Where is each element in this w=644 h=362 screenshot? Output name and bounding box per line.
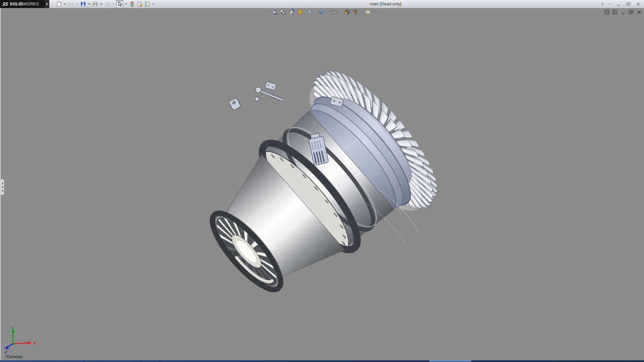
display-style-button[interactable] (318, 9, 324, 15)
select-cursor-icon (117, 1, 123, 7)
print-icon (92, 1, 98, 7)
view-orientation-button[interactable] (306, 9, 312, 15)
orientation-triad: Y X Z (1, 326, 44, 355)
z-axis-label: Z (4, 350, 7, 354)
new-document-icon (56, 1, 62, 7)
file-properties-icon (137, 1, 143, 7)
logo-text-works: WORKS (23, 2, 39, 6)
undo-button[interactable] (104, 0, 111, 8)
engine-assembly (176, 54, 455, 328)
minimize-icon (616, 2, 621, 6)
zoom-to-area-button[interactable] (279, 9, 286, 15)
solidworks-window: 3S SOLIDWORKS (0, 0, 644, 362)
document-window-controls (604, 10, 641, 14)
show-pane-left-button[interactable] (604, 10, 609, 14)
open-folder-icon (68, 1, 74, 7)
x-axis-label: X (33, 341, 36, 346)
traffic-light-icon (129, 1, 135, 7)
eyeglasses-icon (330, 9, 337, 15)
view-orientation-icon (306, 9, 312, 15)
previous-view-icon (297, 9, 303, 15)
help-dropdown-arrow[interactable] (609, 1, 612, 7)
close-icon (636, 2, 640, 6)
rebuild-button[interactable] (129, 0, 136, 8)
save-floppy-icon (80, 1, 86, 7)
taskbar-edge[interactable] (0, 360, 644, 362)
engine-model-3d[interactable] (1, 8, 644, 360)
options-button[interactable] (144, 0, 151, 8)
doc-close-button[interactable] (637, 10, 641, 14)
edit-appearance-button[interactable] (344, 9, 350, 15)
collapse-arrow-icon (2, 190, 3, 192)
options-dropdown-arrow[interactable] (151, 0, 155, 8)
taskbar-highlight (429, 360, 471, 362)
undo-arrow-icon (104, 1, 110, 7)
restore-icon (626, 2, 631, 6)
zoom-to-fit-icon (271, 9, 277, 15)
print-dropdown-arrow[interactable] (99, 0, 103, 8)
logo-text-solid: SOLID (10, 2, 23, 6)
doc-close-icon (637, 10, 641, 14)
file-properties-button[interactable] (136, 0, 143, 8)
pane-right-icon (612, 10, 617, 14)
collapse-arrow-icon (2, 186, 3, 188)
undo-dropdown-arrow[interactable] (111, 0, 115, 8)
select-dropdown-arrow[interactable] (124, 0, 128, 8)
titlebar: 3S SOLIDWORKS (0, 0, 644, 8)
taskbar-separator (160, 360, 160, 362)
collapse-arrow-icon (2, 182, 3, 184)
taskbar-separator (84, 360, 84, 362)
view-orientation-label: *Dimetric (5, 354, 23, 359)
new-document-button[interactable] (56, 0, 62, 8)
print-button[interactable] (92, 0, 99, 8)
save-dropdown-arrow[interactable] (87, 0, 91, 8)
graphics-area[interactable]: Y X Z *Dimetric (0, 8, 644, 360)
menu-expand-button[interactable] (45, 0, 49, 8)
window-title: main [Read-only] (370, 2, 401, 6)
apply-scene-button[interactable] (352, 9, 359, 15)
open-button[interactable] (68, 0, 74, 8)
new-dropdown-arrow[interactable] (63, 0, 67, 8)
doc-minimize-button[interactable] (621, 10, 625, 14)
expand-arrow-icon (46, 3, 48, 5)
pane-left-icon (604, 10, 609, 14)
help-button[interactable]: ? (599, 1, 606, 7)
doc-restore-button[interactable] (629, 10, 633, 14)
section-view-icon (289, 9, 295, 15)
view-settings-button[interactable] (365, 9, 371, 15)
standard-toolbar (56, 0, 156, 8)
apply-scene-icon (353, 9, 359, 15)
display-style-icon (318, 9, 324, 15)
window-controls: ? (599, 0, 641, 8)
section-view-button[interactable] (288, 9, 295, 15)
y-axis-label: Y (11, 326, 14, 331)
taskbar-separator (639, 360, 639, 362)
show-pane-right-button[interactable] (612, 10, 617, 14)
select-tool-button[interactable] (116, 0, 123, 8)
feature-panel-collapse-tab[interactable] (1, 179, 4, 195)
headsup-view-toolbar (271, 9, 371, 15)
close-button[interactable] (635, 1, 641, 7)
doc-minimize-icon (621, 10, 625, 14)
view-settings-icon (365, 9, 371, 15)
solidworks-logo: 3S SOLIDWORKS (0, 0, 45, 8)
appearance-ball-icon (344, 9, 350, 15)
zoom-to-fit-button[interactable] (271, 9, 277, 15)
doc-restore-icon (629, 10, 633, 14)
minimize-button[interactable] (615, 1, 622, 7)
taskbar-separator (141, 360, 141, 362)
open-dropdown-arrow[interactable] (75, 0, 79, 8)
ds-logo-icon: 3S (2, 1, 9, 7)
save-button[interactable] (80, 0, 87, 8)
hide-show-items-button[interactable] (330, 9, 337, 15)
zoom-to-area-icon (280, 9, 286, 15)
options-checklist-icon (144, 1, 150, 7)
restore-button[interactable] (625, 1, 632, 7)
previous-view-button[interactable] (297, 9, 303, 15)
